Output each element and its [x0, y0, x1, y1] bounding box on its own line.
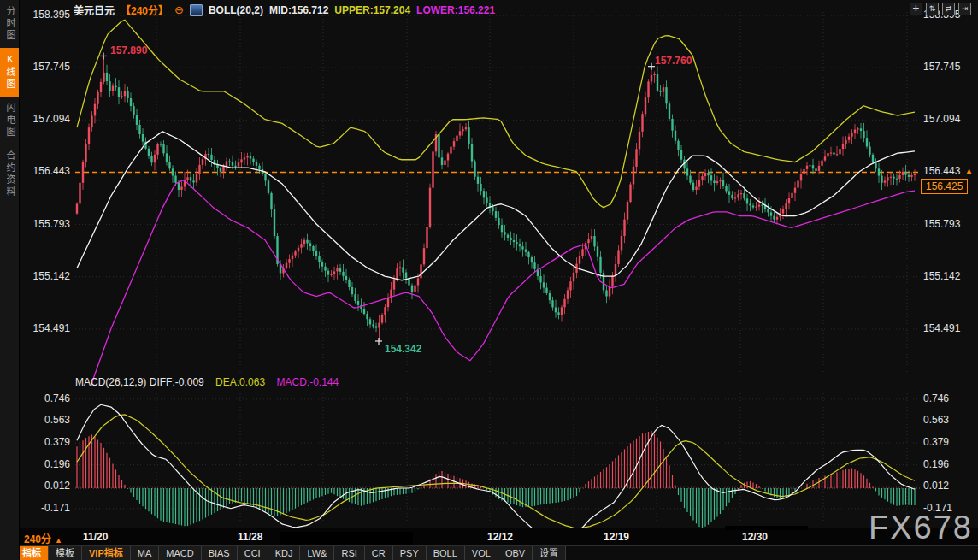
macd-axis-label: 0.012 [923, 480, 949, 492]
boll-upper-value: UPPER:157.204 [334, 4, 410, 16]
chart-type-sidebar: 分时图K线图闪电图合约资料 [0, 0, 20, 560]
tab-OBV[interactable]: OBV [498, 546, 533, 560]
tab-CCI[interactable]: CCI [238, 546, 268, 560]
macd-axis-label: 0.379 [923, 436, 949, 448]
y-scale-icon[interactable]: ⇅ [926, 3, 939, 15]
x-scale-icon[interactable]: ⇄ [942, 3, 955, 15]
price-axis-label: 157.745 [21, 61, 70, 73]
tab-PSY[interactable]: PSY [393, 546, 427, 560]
date-label-12/19: 12/19 [604, 531, 629, 543]
macd-title: MACD(26,12,9) [75, 376, 146, 388]
triangle-up-icon: ▲ [55, 536, 62, 545]
price-axis-label: 155.142 [21, 270, 70, 282]
macd-dea-value: DEA:0.063 [215, 376, 265, 388]
date-label-11/28: 11/28 [238, 531, 262, 543]
crosshair-icon[interactable]: ✛ [910, 3, 922, 15]
current-price-arrow-icon: ▲ [964, 166, 974, 176]
period-selector[interactable]: 【240分】 [121, 3, 168, 17]
date-label-11/20: 11/20 [83, 531, 108, 543]
price-axis-label: 157.094 [923, 113, 960, 125]
tab-CR[interactable]: CR [365, 546, 393, 560]
macd-axis-label: 0.379 [21, 436, 70, 448]
tab-LW&[interactable]: LW& [300, 546, 334, 560]
price-annotation-157.890: 157.890 [110, 44, 147, 56]
minus-circle-icon[interactable]: ⊖ [174, 3, 184, 16]
symbol-title: 美元日元 [74, 3, 115, 17]
tab-BIAS[interactable]: BIAS [202, 546, 238, 560]
price-axis-label: 156.443 [21, 165, 70, 177]
sidebar-item-闪电图[interactable]: 闪电图 [0, 97, 19, 144]
exit-right-icon[interactable]: ⇥ [958, 3, 971, 15]
tab-KDJ[interactable]: KDJ [268, 546, 301, 560]
price-axis-label: 157.094 [21, 113, 70, 125]
trading-app-window: 分时图K线图闪电图合约资料 美元日元 【240分】 ⊖ BOLL(20,2) M… [0, 0, 978, 560]
date-label-12/30: 12/30 [742, 531, 768, 543]
price-annotation-157.760: 157.760 [655, 55, 692, 67]
price-axis-label: 155.793 [923, 218, 960, 230]
sidebar-item-K线图[interactable]: K线图 [0, 48, 19, 97]
date-label-12/12: 12/12 [487, 531, 513, 543]
macd-axis-label: 0.012 [21, 480, 70, 492]
macd-axis-label: -0.171 [21, 502, 70, 514]
watermark-logo: FX678 [869, 510, 973, 546]
tab-RSI[interactable]: RSI [334, 546, 364, 560]
chart-tool-icons: ✛⇅⇄⇥ [910, 3, 971, 15]
tab-模板[interactable]: 模板 [49, 546, 82, 560]
date-axis-row: 240分▲ 11/2011/2812/1212/1912/30 [19, 528, 978, 545]
period-label[interactable]: 240分▲ [24, 531, 62, 545]
tab-设置[interactable]: 设置 [533, 546, 566, 560]
main-chart-canvas[interactable] [0, 0, 978, 386]
macd-axis-label: 0.196 [21, 458, 70, 470]
macd-axis-label: 0.196 [923, 458, 949, 470]
price-axis-label: 155.793 [21, 218, 70, 230]
macd-axis-label: 0.746 [923, 392, 949, 404]
boll-mid-value: MID:156.712 [269, 4, 328, 16]
boll-indicator-label: BOLL(20,2) [209, 4, 263, 16]
sidebar-item-合约资料[interactable]: 合约资料 [0, 144, 19, 204]
macd-axis-label: 0.563 [21, 414, 70, 426]
boll-lower-value: LOWER:156.221 [416, 4, 495, 16]
redaction-box [280, 532, 413, 545]
chart-header: 美元日元 【240分】 ⊖ BOLL(20,2) MID:156.712 UPP… [74, 3, 495, 17]
price-axis-label: 154.491 [923, 322, 960, 334]
macd-diff-value: DIFF:-0.009 [150, 376, 204, 388]
price-axis-label: 154.491 [21, 322, 70, 334]
redaction-box [725, 526, 808, 530]
tab-指标[interactable]: 指标 [15, 546, 49, 560]
chart-icon [190, 4, 203, 16]
tab-MACD[interactable]: MACD [159, 546, 201, 560]
price-axis-label: 156.443 [923, 165, 960, 177]
macd-axis-label: 0.563 [923, 414, 949, 426]
tab-VIP指标[interactable]: VIP指标 [82, 546, 131, 560]
current-price-badge: 156.425 [921, 179, 968, 194]
price-axis-label: 157.745 [923, 61, 960, 73]
macd-value: MACD:-0.144 [276, 376, 339, 388]
tab-MA[interactable]: MA [131, 546, 160, 560]
price-annotation-154.342: 154.342 [385, 343, 421, 355]
price-axis-label: 155.142 [923, 270, 960, 282]
macd-axis-label: 0.746 [21, 392, 70, 404]
tab-VOL[interactable]: VOL [465, 546, 498, 560]
indicator-toolbar: 指标模板VIP指标MAMACDBIASCCIKDJLW&RSICRPSYBOLL… [0, 545, 978, 560]
panel-separator [0, 374, 978, 374]
sidebar-item-分时图[interactable]: 分时图 [0, 0, 19, 48]
price-axis-label: 158.395 [21, 9, 70, 21]
tab-BOLL[interactable]: BOLL [427, 546, 465, 560]
macd-header: MACD(26,12,9) DIFF:-0.009 DEA:0.063 MACD… [75, 376, 339, 388]
period-label-text: 240分 [24, 533, 51, 545]
macd-chart-canvas[interactable] [0, 386, 978, 528]
